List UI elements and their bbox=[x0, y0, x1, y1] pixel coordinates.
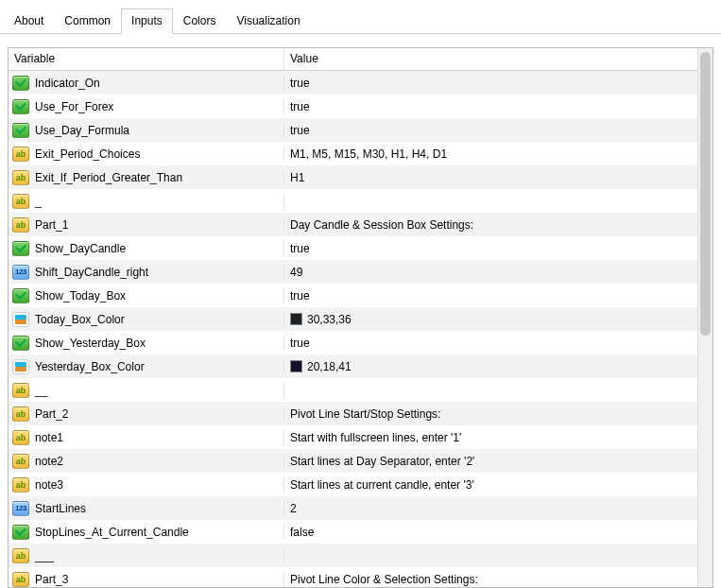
variable-cell: Part_3 bbox=[9, 572, 284, 587]
tab-about[interactable]: About bbox=[4, 9, 54, 34]
property-row[interactable]: note3Start lines at current candle, ente… bbox=[9, 473, 697, 496]
value-cell[interactable]: Start with fullscreen lines, enter '1' bbox=[284, 431, 697, 444]
bool-icon bbox=[12, 76, 29, 91]
value-text: 20,18,41 bbox=[307, 360, 352, 373]
integer-icon bbox=[12, 265, 29, 280]
value-cell[interactable]: 49 bbox=[284, 266, 697, 279]
value-text: true bbox=[290, 242, 310, 255]
property-row[interactable]: Indicator_Ontrue bbox=[9, 71, 697, 95]
string-icon bbox=[12, 430, 29, 445]
property-row[interactable]: _ bbox=[9, 189, 697, 213]
tab-common[interactable]: Common bbox=[54, 9, 121, 34]
value-cell[interactable]: true bbox=[284, 337, 697, 350]
variable-cell: Today_Box_Color bbox=[9, 312, 284, 327]
bool-icon bbox=[12, 241, 29, 256]
property-row[interactable]: Part_2Pivot Line Start/Stop Settings: bbox=[9, 402, 697, 425]
property-row[interactable]: Exit_Period_ChoicesM1, M5, M15, M30, H1,… bbox=[9, 142, 697, 165]
value-text: H1 bbox=[290, 171, 304, 184]
string-icon bbox=[12, 454, 29, 469]
variable-name: __ bbox=[35, 384, 47, 397]
color-swatch bbox=[290, 360, 302, 372]
variable-name: Part_1 bbox=[35, 218, 68, 232]
variable-name: Show_Today_Box bbox=[35, 289, 126, 303]
string-icon bbox=[12, 572, 29, 587]
value-text: true bbox=[290, 289, 310, 303]
value-cell[interactable]: Pivot Line Start/Stop Settings: bbox=[284, 407, 697, 421]
variable-name: Part_2 bbox=[35, 407, 68, 421]
variable-name: Use_For_Forex bbox=[35, 100, 113, 113]
variable-cell: Part_2 bbox=[9, 406, 284, 422]
variable-name: Exit_Period_Choices bbox=[35, 147, 140, 161]
variable-cell: _ bbox=[9, 194, 284, 209]
variable-cell: note1 bbox=[9, 430, 284, 445]
tab-inputs[interactable]: Inputs bbox=[121, 9, 173, 34]
bool-icon bbox=[12, 525, 29, 540]
property-row[interactable]: Use_Day_Formulatrue bbox=[9, 118, 697, 142]
scrollbar-thumb[interactable] bbox=[700, 52, 711, 336]
variable-name: Shift_DayCandle_right bbox=[35, 266, 148, 279]
property-row[interactable]: note2Start lines at Day Separator, enter… bbox=[9, 449, 697, 473]
property-row[interactable]: Show_Yesterday_Boxtrue bbox=[9, 331, 697, 355]
value-text: true bbox=[290, 337, 310, 350]
value-cell[interactable]: Start lines at current candle, enter '3' bbox=[284, 478, 697, 492]
variable-cell: StopLines_At_Current_Candle bbox=[9, 525, 284, 540]
value-cell[interactable]: Pivot Line Color & Selection Settings: bbox=[284, 573, 697, 586]
value-cell[interactable]: M1, M5, M15, M30, H1, H4, D1 bbox=[284, 147, 697, 161]
string-icon bbox=[12, 217, 29, 233]
value-cell[interactable]: 2 bbox=[284, 502, 697, 515]
string-icon bbox=[12, 548, 29, 563]
variable-cell: Exit_If_Period_Greater_Than bbox=[9, 170, 284, 185]
value-text: M1, M5, M15, M30, H1, H4, D1 bbox=[290, 147, 447, 161]
property-row[interactable]: StartLines2 bbox=[9, 496, 697, 520]
tab-visualization[interactable]: Visualization bbox=[226, 9, 310, 34]
property-row[interactable]: Part_1Day Candle & Session Box Settings: bbox=[9, 213, 697, 236]
header-variable: Variable bbox=[9, 48, 284, 70]
property-row[interactable]: Yesterday_Box_Color20,18,41 bbox=[9, 355, 697, 378]
value-cell[interactable]: false bbox=[284, 526, 697, 539]
value-cell[interactable]: 20,18,41 bbox=[284, 360, 697, 373]
property-row[interactable]: Today_Box_Color30,33,36 bbox=[9, 307, 697, 331]
string-icon bbox=[12, 170, 29, 185]
property-row[interactable]: Show_DayCandletrue bbox=[9, 236, 697, 260]
value-cell[interactable]: 30,33,36 bbox=[284, 313, 697, 326]
variable-cell: Use_Day_Formula bbox=[9, 123, 284, 138]
property-row[interactable]: Shift_DayCandle_right49 bbox=[9, 260, 697, 284]
variable-name: Show_DayCandle bbox=[35, 242, 126, 255]
tab-colors[interactable]: Colors bbox=[173, 9, 227, 34]
property-row[interactable]: Use_For_Forextrue bbox=[9, 95, 697, 118]
value-text: true bbox=[290, 77, 310, 90]
value-cell[interactable]: Day Candle & Session Box Settings: bbox=[284, 218, 697, 232]
value-cell[interactable]: true bbox=[284, 124, 697, 137]
value-text: 30,33,36 bbox=[307, 313, 352, 326]
header-value: Value bbox=[284, 48, 697, 70]
variable-name: note2 bbox=[35, 455, 63, 468]
variable-cell: Show_Yesterday_Box bbox=[9, 336, 284, 351]
property-row[interactable]: Show_Today_Boxtrue bbox=[9, 284, 697, 307]
property-row[interactable]: __ bbox=[9, 378, 697, 402]
variable-cell: Shift_DayCandle_right bbox=[9, 265, 284, 280]
value-cell[interactable]: true bbox=[284, 289, 697, 303]
color-icon bbox=[12, 359, 29, 374]
value-cell[interactable]: Start lines at Day Separator, enter '2' bbox=[284, 455, 697, 468]
vertical-scrollbar[interactable] bbox=[697, 48, 712, 587]
value-cell[interactable]: true bbox=[284, 100, 697, 113]
integer-icon bbox=[12, 501, 29, 516]
variable-name: Today_Box_Color bbox=[35, 313, 125, 326]
color-swatch bbox=[290, 313, 302, 325]
color-icon bbox=[12, 312, 29, 327]
property-row[interactable]: note1Start with fullscreen lines, enter … bbox=[9, 425, 697, 449]
property-row[interactable]: ___ bbox=[9, 544, 697, 567]
value-cell[interactable]: H1 bbox=[284, 171, 697, 184]
value-text: 49 bbox=[290, 266, 302, 279]
property-grid[interactable]: Variable Value Indicator_OntrueUse_For_F… bbox=[9, 48, 697, 587]
variable-cell: Indicator_On bbox=[9, 76, 284, 91]
value-cell[interactable]: true bbox=[284, 242, 697, 255]
property-row[interactable]: Exit_If_Period_Greater_ThanH1 bbox=[9, 165, 697, 189]
grid-header: Variable Value bbox=[9, 48, 697, 71]
variable-cell: Part_1 bbox=[9, 217, 284, 233]
value-text: Start lines at Day Separator, enter '2' bbox=[290, 455, 474, 468]
property-row[interactable]: StopLines_At_Current_Candlefalse bbox=[9, 520, 697, 544]
property-row[interactable]: Part_3Pivot Line Color & Selection Setti… bbox=[9, 567, 697, 587]
variable-cell: Show_Today_Box bbox=[9, 288, 284, 303]
value-cell[interactable]: true bbox=[284, 77, 697, 90]
